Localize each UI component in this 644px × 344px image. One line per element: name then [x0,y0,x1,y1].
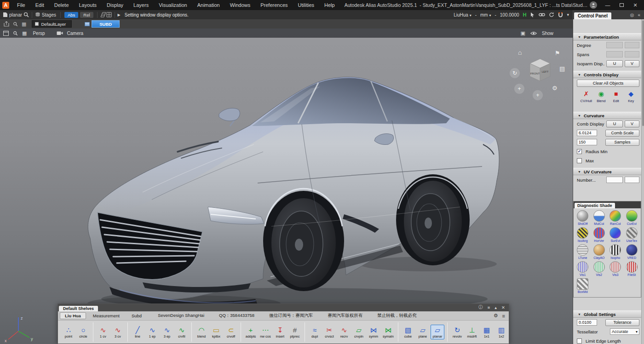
layer-tab-subd[interactable]: SUBD [92,20,120,28]
tool-crvoff[interactable]: ⊂ crvoff [224,325,238,339]
isoparm-v-button[interactable]: V [625,60,639,67]
shade-ltune[interactable]: LTune [575,244,591,259]
frames-icon[interactable]: ▣ [521,30,525,36]
panel-scrollbar-thumb[interactable] [642,20,644,126]
viewport-tile-icon[interactable]: ▦ [22,30,27,36]
shade-mulcol[interactable]: MulCol [591,210,608,225]
tool-1-cv[interactable]: ∿ 1 cv [96,325,110,339]
layer-search-icon[interactable] [13,22,18,27]
tool-3-ep[interactable]: ∿ 3 ep [160,325,174,339]
magnet-snap-icon[interactable] [558,12,563,17]
shade-boxmd[interactable]: BoxMd [575,278,591,293]
tessellator-dropdown[interactable]: Accurate ▾ [610,328,639,335]
history-badge[interactable]: H [523,12,527,17]
tool-circle[interactable]: ○ circle [76,325,90,339]
grid-snap-icon[interactable] [106,12,112,17]
shelves-menu-icon[interactable]: ≡ [488,305,490,310]
document-icon[interactable] [3,12,8,17]
maximize-button[interactable] [618,2,625,8]
layer-tile-icon[interactable]: ▦ [22,21,26,27]
menu-item-display[interactable]: Display [102,2,128,8]
tool-symm[interactable]: ⋈ symm [367,325,380,339]
comb-u-button[interactable]: U [606,120,623,127]
link-icon[interactable] [539,12,545,17]
camera-label[interactable]: Camera [67,31,84,36]
shade-isopho[interactable]: Isopho [607,244,624,259]
shade-isoang[interactable]: IsoAng [575,227,591,242]
view-page-icon[interactable]: ▤ [559,65,565,72]
tool-crvsct[interactable]: ✂ crvsct [322,325,336,339]
pan-icon[interactable]: + [514,84,524,94]
bookmark-flag-icon[interactable]: ⚑ [555,50,560,57]
shelf-tab-measurement[interactable]: Measurement [88,312,125,319]
tool-insert[interactable]: ↧ insert [273,325,287,339]
cd-blend[interactable]: ◉ Blend [594,90,609,108]
shade-clayao[interactable]: ClayAO [591,244,608,259]
menu-item-help[interactable]: Help [319,2,340,8]
shade-shdoff[interactable]: ShdOff [575,210,591,225]
tool-msdrft[interactable]: ⊥ msdrft [465,325,479,339]
menu-item-file[interactable]: File [12,2,30,8]
new-window-icon[interactable] [3,31,9,36]
comb-scale-input[interactable]: 6.0124 [577,130,597,136]
toolbar-caret-icon[interactable]: ▾ [567,12,569,17]
panel-scrollbar[interactable] [641,19,644,344]
tool-1x1[interactable]: ▦ 1x1 [480,325,494,339]
tool-kptbx[interactable]: ▭ kptbx [209,325,223,339]
menu-item-layouts[interactable]: Layouts [74,2,102,8]
menu-item-preferences[interactable]: Preferences [255,2,293,8]
orbit-icon[interactable]: ↻ [510,68,520,78]
viewport-search-icon[interactable] [13,31,18,36]
tool-dupl[interactable]: ≈ dupl [308,325,322,339]
pin-icon[interactable]: ◎ [630,12,634,17]
stages-label[interactable]: Stages [42,12,56,17]
eye-icon[interactable] [530,31,537,35]
show-menu[interactable]: Show [542,31,553,36]
comb-scale-button[interactable]: Comb Scale [605,130,639,137]
export-icon[interactable] [4,21,9,27]
limit-edge-length-checkbox[interactable] [577,338,582,344]
tool-3-cv[interactable]: ∿ 3 cv [111,325,125,339]
tool-recrv[interactable]: ∿ recrv [337,325,351,339]
shade-vis1[interactable]: Vis1 [575,261,591,276]
collapse-panel-icon[interactable]: « [638,12,640,17]
construction-plane-icon[interactable] [100,12,106,17]
tool-plane[interactable]: ▱ plane [416,325,430,339]
minimize-button[interactable]: — [604,2,611,8]
max-checkbox[interactable] [577,158,582,163]
tool-crvpln[interactable]: ▱ crvpln [352,325,366,339]
section-controls-display[interactable]: ▼ Controls Display [573,71,644,78]
clear-all-objects-button[interactable]: Clear All Objects [577,80,639,87]
shelves-collapse-icon[interactable]: ▴ [494,305,497,310]
tool-line[interactable]: ╱ line [131,325,144,339]
prompt-play-icon[interactable]: ▶ [118,13,121,17]
menu-item-windows[interactable]: Windows [225,2,256,8]
shade-vis2[interactable]: Vis2 [591,261,608,276]
shade-horver[interactable]: HorVer [591,227,608,242]
tool-1x2[interactable]: ▥ 1x2 [494,325,508,339]
tool-blend[interactable]: ◠ blend [195,325,208,339]
shelf-hamburger-icon[interactable]: ≡ [502,313,505,319]
home-icon[interactable]: ⌂ [518,49,522,56]
cd-cv-hull[interactable]: ✗ CV/Hull [579,90,594,108]
tool-crvfil[interactable]: ∿ crvfil [175,325,189,339]
cd-key[interactable]: ◆ Key [624,90,639,108]
shade-filest[interactable]: FileSt [624,261,640,276]
shade-rancol[interactable]: RanCol [607,210,624,225]
control-panel-tab[interactable]: Control Panel [574,12,611,19]
stages-icon[interactable] [35,12,40,17]
perspective-viewport[interactable]: ▦ Persp Camera ▣ Show ⌂ ⚑ FRONT [0,29,573,344]
uv-number-v-field[interactable] [625,177,639,183]
tool-revolv[interactable]: ↻ revolv [450,325,464,339]
radius-min-checkbox[interactable]: ✓ [577,149,582,154]
pick-cursor-icon[interactable] [530,12,535,17]
layer-tab-defaultlayer[interactable]: DefaultLayer [32,20,72,28]
shade-vred[interactable]: VRED [624,244,640,259]
search-icon[interactable] [23,12,29,17]
shade-usetex[interactable]: UseTex [624,227,640,242]
units-dropdown[interactable]: mm ▾ [480,12,491,17]
diagnostic-shade-tab[interactable]: Diagnostic Shade [575,203,615,208]
section-global-settings[interactable]: ▼ Global Settings [573,310,644,318]
shade-surevl[interactable]: SurEvl [607,227,624,242]
tool-nw-cos[interactable]: ⋯ nw cos [259,325,272,339]
